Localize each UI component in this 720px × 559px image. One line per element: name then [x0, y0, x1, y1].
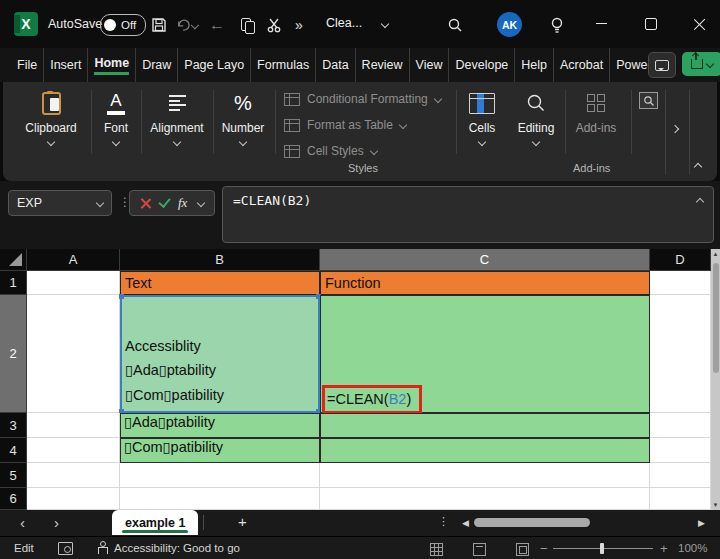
- cell-a4[interactable]: [27, 438, 120, 463]
- column-header-d[interactable]: D: [650, 249, 711, 271]
- tab-insert[interactable]: Insert: [44, 48, 88, 82]
- cell-c6[interactable]: [320, 488, 650, 510]
- column-header-b[interactable]: B: [120, 249, 320, 271]
- cell-c4[interactable]: [320, 438, 650, 463]
- tab-page-layout[interactable]: Page Layo: [178, 48, 251, 82]
- sheet-tab-example-1[interactable]: example 1: [112, 510, 198, 535]
- sheet-options-grip[interactable]: ⋮: [438, 515, 449, 528]
- page-break-view-button[interactable]: [516, 543, 529, 556]
- formula-bar-collapse-chevron[interactable]: [696, 198, 704, 206]
- close-button[interactable]: [694, 17, 706, 29]
- tab-help[interactable]: Help: [515, 48, 554, 82]
- row-header-1[interactable]: 1: [0, 271, 27, 295]
- cell-d2[interactable]: [650, 295, 711, 413]
- cell-c3[interactable]: [320, 413, 650, 438]
- next-sheet-button[interactable]: ›: [54, 516, 59, 530]
- tab-draw[interactable]: Draw: [136, 48, 178, 82]
- prev-sheet-button[interactable]: ‹: [20, 516, 25, 530]
- name-box[interactable]: EXP: [8, 190, 112, 216]
- cell-b1[interactable]: Text: [120, 271, 320, 295]
- title-dropdown-chevron[interactable]: [381, 20, 389, 28]
- page-layout-view-button[interactable]: [473, 543, 486, 556]
- normal-view-button[interactable]: [430, 543, 443, 556]
- zoom-level[interactable]: 100%: [678, 542, 707, 554]
- scroll-down-icon[interactable]: ▼: [713, 502, 719, 508]
- cell-d6[interactable]: [650, 488, 711, 510]
- analyze-data-button[interactable]: [639, 92, 658, 109]
- row-header-3[interactable]: 3: [0, 413, 27, 438]
- add-sheet-button[interactable]: +: [238, 513, 247, 530]
- copy-button[interactable]: [236, 14, 258, 36]
- tab-review[interactable]: Review: [356, 48, 410, 82]
- accessibility-status[interactable]: Accessibility: Good to go: [114, 542, 240, 554]
- format-as-table-button[interactable]: Format as Table: [284, 116, 460, 134]
- document-title[interactable]: Clea...: [326, 16, 362, 30]
- tab-home[interactable]: Home: [88, 48, 136, 82]
- fx-chevron[interactable]: [196, 199, 204, 207]
- account-avatar[interactable]: AK: [497, 12, 522, 37]
- column-header-c[interactable]: C: [320, 249, 650, 271]
- horizontal-scroll-thumb[interactable]: [474, 518, 590, 527]
- cut-button[interactable]: [263, 14, 285, 36]
- zoom-in-button[interactable]: +: [660, 541, 668, 556]
- conditional-formatting-button[interactable]: Conditional Formatting: [284, 90, 460, 108]
- cell-c2[interactable]: =CLEAN(B2): [320, 295, 650, 413]
- tab-view[interactable]: View: [410, 48, 450, 82]
- cell-a3[interactable]: [27, 413, 120, 438]
- autosave-toggle[interactable]: Off: [100, 14, 146, 36]
- share-button[interactable]: [682, 52, 720, 76]
- row-header-6[interactable]: 6: [0, 488, 27, 510]
- insert-function-button[interactable]: fx: [178, 195, 187, 211]
- cancel-entry-button[interactable]: [140, 198, 150, 208]
- cell-b2[interactable]: Accessiblity ▯Ada▯ptability ▯Com▯patibil…: [120, 295, 320, 413]
- column-header-a[interactable]: A: [27, 249, 120, 271]
- row-header-4[interactable]: 4: [0, 438, 27, 463]
- hscroll-right-icon[interactable]: ▶: [698, 518, 705, 528]
- hscroll-left-icon[interactable]: ◀: [462, 518, 469, 528]
- cell-c5[interactable]: [320, 463, 650, 488]
- cell-b6[interactable]: [120, 488, 320, 510]
- formula-input[interactable]: =CLEAN(B2): [222, 186, 714, 243]
- tab-acrobat[interactable]: Acrobat: [554, 48, 610, 82]
- cell-b4[interactable]: ▯Com▯patibility: [120, 438, 320, 463]
- collapse-ribbon-chevron[interactable]: [694, 163, 702, 171]
- cell-a2[interactable]: [27, 295, 120, 413]
- save-button[interactable]: [148, 14, 170, 36]
- scroll-up-icon[interactable]: ▲: [713, 251, 719, 257]
- vertical-scrollbar[interactable]: ▲ ▼: [711, 249, 720, 510]
- cell-a5[interactable]: [27, 463, 120, 488]
- cell-d1[interactable]: [650, 271, 711, 295]
- font-group-button[interactable]: A Font: [93, 90, 139, 145]
- cell-a6[interactable]: [27, 488, 120, 510]
- comments-button[interactable]: [648, 52, 676, 78]
- cell-a1[interactable]: [27, 271, 120, 295]
- quick-access-overflow-button[interactable]: »: [288, 14, 310, 36]
- number-group-button[interactable]: % Number: [215, 90, 271, 145]
- undo-button[interactable]: [176, 14, 198, 36]
- tab-developer[interactable]: Develope: [449, 48, 515, 82]
- search-button[interactable]: [444, 14, 466, 36]
- macro-record-icon[interactable]: [58, 542, 73, 555]
- zoom-slider-thumb[interactable]: [600, 543, 604, 554]
- vertical-scroll-thumb[interactable]: [713, 263, 719, 373]
- cell-d5[interactable]: [650, 463, 711, 488]
- addins-group-button[interactable]: Add-ins: [567, 90, 625, 135]
- cell-c1[interactable]: Function: [320, 271, 650, 295]
- alignment-group-button[interactable]: Alignment: [143, 90, 211, 145]
- clipboard-group-button[interactable]: Clipboard: [13, 90, 89, 145]
- row-header-2[interactable]: 2: [0, 295, 27, 413]
- select-all-button[interactable]: [0, 249, 27, 271]
- tab-formulas[interactable]: Formulas: [251, 48, 316, 82]
- excel-app-icon[interactable]: X: [14, 12, 38, 36]
- tell-me-button[interactable]: [546, 14, 568, 36]
- cell-styles-button[interactable]: Cell Styles: [284, 142, 460, 160]
- row-header-5[interactable]: 5: [0, 463, 27, 488]
- tab-file[interactable]: File: [10, 48, 44, 82]
- confirm-entry-button[interactable]: [158, 195, 170, 208]
- editing-group-button[interactable]: Editing: [509, 90, 563, 145]
- cell-b5[interactable]: [120, 463, 320, 488]
- cells-group-button[interactable]: Cells: [459, 90, 505, 145]
- ribbon-overflow-chevron[interactable]: [671, 125, 679, 133]
- cell-d3[interactable]: [650, 413, 711, 438]
- back-button[interactable]: ←: [206, 14, 228, 36]
